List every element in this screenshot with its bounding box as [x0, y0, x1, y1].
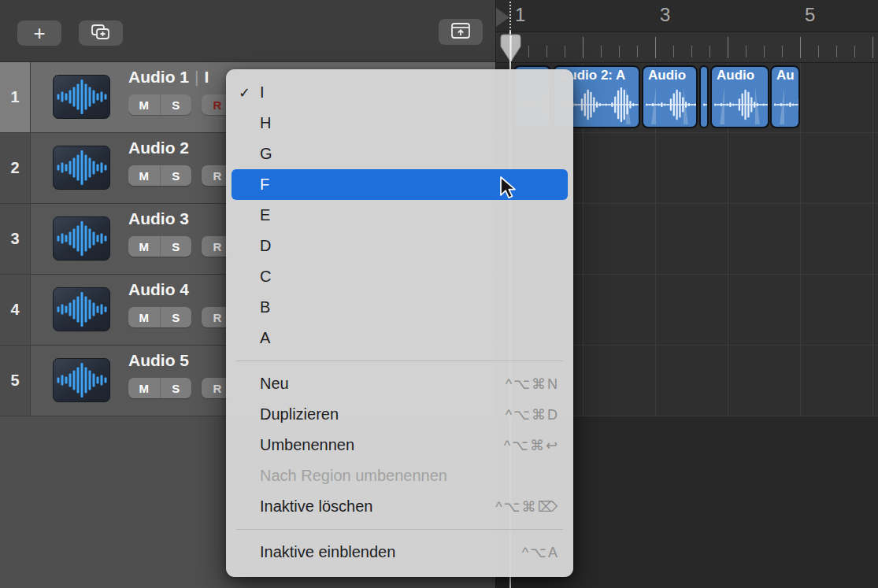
grid-line: [800, 63, 801, 416]
menu-item-take[interactable]: H: [226, 108, 573, 139]
mute-button[interactable]: M: [128, 307, 161, 327]
region-name: [515, 67, 550, 68]
mute-button[interactable]: M: [128, 165, 161, 186]
track-number: 2: [0, 133, 31, 203]
mute-solo-group: M S: [128, 94, 191, 115]
menu-item-take[interactable]: ✓ I: [226, 77, 573, 108]
shortcut-label: ^⌥⌘⌦: [495, 498, 559, 516]
track-number: 3: [0, 204, 31, 274]
ruler-bar-tick: [728, 37, 728, 58]
library-up-arrow-icon: [450, 21, 472, 43]
audio-region[interactable]: Audio: [642, 65, 698, 128]
ruler-beat-ticks: [510, 46, 878, 57]
duplicate-track-button[interactable]: [79, 20, 123, 46]
menu-item-take[interactable]: A: [226, 323, 573, 353]
track-icon[interactable]: [53, 358, 110, 402]
track-name[interactable]: Audio 4: [128, 280, 189, 298]
menu-item-take[interactable]: B: [226, 292, 573, 323]
track-icon[interactable]: [53, 287, 110, 331]
waveform-thumbnail-icon: [56, 78, 108, 116]
waveform-thumbnail-icon: [56, 361, 108, 399]
waveform-thumbnail-icon: [56, 290, 108, 328]
duplicate-track-icon: [90, 23, 112, 44]
menu-separator: [236, 361, 563, 361]
menu-item-rename-by-region: Nach Region umbenennen: [226, 460, 573, 491]
bar-ruler[interactable]: 1 3 5: [496, 0, 878, 32]
shortcut-label: ^⌥A: [522, 544, 559, 561]
playhead-handle[interactable]: [500, 34, 521, 66]
solo-button[interactable]: S: [161, 307, 192, 327]
region-waveform: [774, 85, 800, 124]
region-name: Au: [772, 67, 798, 83]
bar-number: 5: [805, 4, 815, 26]
mute-button[interactable]: M: [128, 236, 161, 257]
waveform-thumbnail-icon: [56, 220, 108, 257]
mouse-cursor: [499, 176, 518, 203]
menu-item-delete-inactive[interactable]: Inaktive löschen^⌥⌘⌦: [226, 491, 573, 522]
track-icon[interactable]: [53, 146, 110, 190]
hide-library-button[interactable]: [439, 19, 483, 45]
solo-button[interactable]: S: [161, 378, 192, 398]
track-name[interactable]: Audio 3: [128, 209, 189, 227]
track-number: 1: [0, 62, 31, 132]
menu-item-rename[interactable]: Umbenennen^⌥⌘↩: [226, 430, 573, 460]
ruler-bar-tick: [655, 37, 656, 58]
region-waveform: [703, 85, 709, 124]
bar-number: 1: [515, 4, 525, 26]
grid-line: [872, 63, 873, 416]
mute-solo-group: M S: [128, 165, 191, 186]
menu-item-take[interactable]: E: [226, 200, 573, 231]
track-name-divider: |: [194, 68, 198, 86]
track-icon[interactable]: [53, 75, 110, 119]
audio-region[interactable]: [699, 65, 709, 128]
logic-pro-tracks-area: +: [0, 0, 878, 588]
shortcut-label: ^⌥⌘↩: [504, 437, 559, 454]
solo-button[interactable]: S: [161, 165, 192, 186]
solo-button[interactable]: S: [161, 94, 192, 115]
track-take-label[interactable]: I: [204, 68, 209, 86]
menu-separator: [236, 529, 563, 530]
take-folder-context-menu: ✓ I H G F E D C B A Neu^⌥⌘N Duplizieren^…: [226, 69, 573, 577]
mute-solo-group: M S: [128, 236, 191, 257]
menu-item-show-inactive[interactable]: Inaktive einblenden^⌥A: [226, 537, 573, 568]
mute-solo-group: M S: [128, 307, 191, 327]
menu-item-take[interactable]: G: [226, 139, 573, 169]
menu-item-take[interactable]: D: [226, 231, 573, 261]
mute-solo-group: M S: [128, 378, 191, 398]
track-icon[interactable]: [53, 216, 110, 261]
audio-region[interactable]: Au: [770, 65, 800, 128]
track-number: 4: [0, 275, 31, 345]
mute-button[interactable]: M: [128, 378, 161, 398]
ruler-bar-tick: [800, 37, 801, 58]
checkmark-icon: ✓: [239, 84, 260, 102]
track-name[interactable]: Audio 1: [128, 68, 189, 86]
ruler-tick-row[interactable]: [496, 32, 878, 63]
menu-item-duplicate[interactable]: Duplizieren^⌥⌘D: [226, 399, 573, 430]
track-name[interactable]: Audio 5: [128, 351, 189, 369]
playhead-dotted-line: [509, 2, 511, 31]
solo-button[interactable]: S: [161, 236, 192, 257]
ruler-bar-tick: [872, 37, 873, 58]
region-name: Audio: [712, 67, 768, 83]
add-track-button[interactable]: +: [17, 20, 61, 46]
menu-item-new[interactable]: Neu^⌥⌘N: [226, 368, 573, 399]
region-name: Audio: [643, 67, 696, 83]
shortcut-label: ^⌥⌘D: [506, 406, 559, 423]
ruler-corner-arrow-icon: [496, 8, 509, 27]
bar-number: 3: [660, 4, 670, 26]
track-name[interactable]: Audio 2: [128, 139, 189, 157]
menu-item-take[interactable]: C: [226, 261, 573, 292]
mute-button[interactable]: M: [128, 94, 161, 115]
audio-region[interactable]: Audio: [710, 65, 769, 128]
track-number: 5: [0, 346, 31, 416]
shortcut-label: ^⌥⌘N: [506, 375, 559, 393]
track-header-toolbar: +: [0, 0, 495, 62]
ruler-bar-tick: [583, 37, 583, 58]
waveform-thumbnail-icon: [56, 149, 108, 187]
